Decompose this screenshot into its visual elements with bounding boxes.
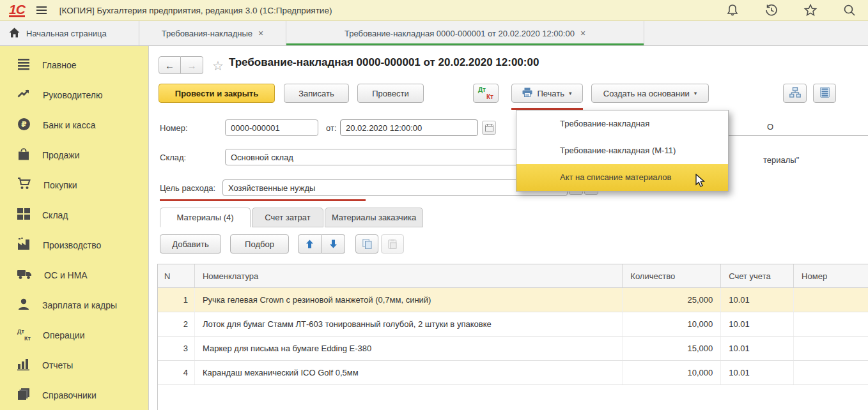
close-icon[interactable]: ×: [258, 28, 263, 38]
create-based-on-button[interactable]: Создать на основании ▾: [591, 84, 709, 103]
books-icon: [17, 388, 30, 402]
sidebar-item-label: Банк и касса: [43, 120, 95, 130]
grid-icon: [17, 208, 30, 222]
sidebar-item-proizvodstvo[interactable]: Производство: [0, 230, 148, 260]
post-button[interactable]: Провести: [357, 84, 424, 103]
menu-item-trebovanie-nakladnaya[interactable]: Требование-накладная: [516, 110, 728, 137]
col-header-n[interactable]: N: [158, 264, 195, 287]
covered-field-underline: [729, 135, 868, 136]
col-header-nomer[interactable]: Номер: [794, 264, 868, 287]
sidebar-item-operatsii[interactable]: ДтКт Операции: [0, 320, 148, 350]
document-register-button[interactable]: [813, 84, 836, 103]
table-row[interactable]: 4 Карандаш механический ICO Golf 0,5мм 1…: [158, 361, 868, 385]
sidebar-item-prodazhi[interactable]: Продажи: [0, 140, 148, 170]
sidebar-item-zarplata-i-kadry[interactable]: Зарплата и кадры: [0, 290, 148, 320]
sidebar-item-spravochniki[interactable]: Справочники: [0, 380, 148, 410]
pick-button[interactable]: Подбор: [230, 234, 289, 254]
structure-icon: [789, 87, 801, 100]
back-button[interactable]: ←: [159, 56, 181, 74]
notifications-icon[interactable]: [725, 3, 740, 17]
col-header-kolichestvo[interactable]: Количество: [623, 264, 721, 287]
sidebar-item-pokupki[interactable]: Покупки: [0, 170, 148, 200]
related-documents-button[interactable]: [783, 84, 807, 103]
copy-icon[interactable]: [355, 234, 378, 254]
search-icon[interactable]: [842, 3, 856, 17]
col-header-schet-ucheta[interactable]: Счет учета: [721, 264, 794, 287]
person-icon: [17, 298, 30, 312]
chart-icon: [17, 358, 30, 372]
sidebar-item-label: Зарплата и кадры: [42, 300, 117, 310]
app-titlebar: 1С [КОПИЯ] Бухгалтерия предприятия, реда…: [0, 0, 868, 21]
app-title: [КОПИЯ] Бухгалтерия предприятия, редакци…: [59, 6, 332, 15]
document-title: Требование-накладная 0000-000001 от 20.0…: [229, 56, 539, 69]
add-row-button[interactable]: Добавить: [160, 234, 221, 254]
sidebar-item-label: Производство: [43, 240, 101, 250]
paste-icon[interactable]: [381, 234, 404, 254]
main-menu-icon[interactable]: [36, 6, 47, 14]
sidebar-item-label: Операции: [43, 330, 85, 340]
sidebar-item-os-i-nma[interactable]: ОС и НМА: [0, 260, 148, 290]
tab-materialy[interactable]: Материалы (4): [160, 208, 251, 227]
sidebar-item-label: Склад: [42, 210, 68, 220]
window-tabbar: Начальная страница Требования-накладные …: [0, 21, 868, 46]
sidebar-item-label: Главное: [42, 60, 77, 70]
chevron-down-icon: ▾: [569, 90, 572, 96]
table-row[interactable]: 1 Ручка гелевая Crown с резиновой манжет…: [158, 288, 868, 312]
tab-label: Требования-накладные: [162, 29, 252, 38]
close-icon[interactable]: ×: [580, 28, 585, 38]
menu-icon: [17, 57, 30, 72]
sidebar-item-label: Руководителю: [43, 90, 102, 100]
number-field[interactable]: [225, 119, 318, 136]
tab-materialy-zakazchika[interactable]: Материалы заказчика: [325, 208, 423, 227]
table-row[interactable]: 2 Лоток для бумаг Стамм ЛТ-603 тонирован…: [158, 312, 868, 337]
sidebar-item-label: Отчеты: [42, 360, 73, 370]
home-icon: [9, 27, 20, 40]
purpose-label: Цель расхода:: [160, 183, 215, 193]
table-row[interactable]: 3 Маркер для письма на бумаге Edding E-3…: [158, 337, 868, 361]
sidebar-item-label: Продажи: [42, 150, 79, 160]
print-button[interactable]: Печать ▾: [511, 84, 583, 103]
1c-logo: 1С: [9, 3, 25, 17]
materials-table: N Номенклатура Количество Счет учета Ном…: [157, 264, 868, 410]
home-page-tab[interactable]: Начальная страница: [0, 21, 139, 45]
trend-icon: [17, 87, 31, 102]
tab-trebovaniya-nakladnye[interactable]: Требования-накладные ×: [139, 21, 286, 45]
menu-item-trebovanie-nakladnaya-m11[interactable]: Требование-накладная (М-11): [516, 137, 728, 164]
forward-button[interactable]: →: [181, 56, 203, 74]
table-header: N Номенклатура Количество Счет учета Ном…: [158, 264, 868, 288]
ruble-icon: ₽: [17, 118, 31, 133]
sidebar-item-sklad[interactable]: Склад: [0, 200, 148, 230]
sidebar-item-rukovoditelyu[interactable]: Руководителю: [0, 80, 148, 110]
move-up-button[interactable]: [298, 234, 322, 254]
warehouse-label: Склад:: [160, 153, 186, 162]
cart-icon: [17, 178, 31, 192]
tab-schet-zatrat[interactable]: Счет затрат: [252, 208, 323, 227]
factory-icon: [17, 238, 31, 252]
sidebar-item-otchety[interactable]: Отчеты: [0, 350, 148, 380]
section-panel: Главное Руководителю ₽ Банк и касса Прод…: [0, 46, 149, 410]
dtkt-postings-button[interactable]: Дт Кт: [473, 84, 499, 103]
post-and-close-button[interactable]: Провести и закрыть: [159, 84, 275, 103]
truck-icon: [17, 268, 32, 282]
favorite-star-icon[interactable]: ☆: [212, 58, 224, 73]
home-tab-label: Начальная страница: [26, 29, 107, 38]
printer-icon: [522, 87, 532, 99]
history-icon[interactable]: [764, 3, 779, 17]
date-field[interactable]: [340, 119, 478, 136]
save-button[interactable]: Записать: [284, 84, 349, 103]
col-header-nomenklatura[interactable]: Номенклатура: [195, 264, 623, 287]
dtkt-icon: ДтКт: [17, 328, 31, 342]
calendar-icon[interactable]: [482, 121, 496, 135]
move-down-button[interactable]: [322, 234, 345, 254]
tab-trebovanie-nakladnaya-document[interactable]: Требование-накладная 0000-000001 от 20.0…: [286, 21, 644, 45]
sidebar-item-bank-i-kassa[interactable]: ₽ Банк и касса: [0, 110, 148, 140]
svg-text:₽: ₽: [21, 120, 26, 129]
sidebar-item-glavnoe[interactable]: Главное: [0, 50, 148, 80]
list-icon: [820, 87, 830, 100]
number-label: Номер:: [160, 123, 188, 133]
mouse-cursor: [694, 174, 707, 190]
purpose-required-underline: [160, 199, 366, 201]
bag-icon: [17, 148, 30, 163]
favorites-icon[interactable]: [803, 3, 818, 17]
sidebar-item-label: Покупки: [43, 180, 77, 190]
